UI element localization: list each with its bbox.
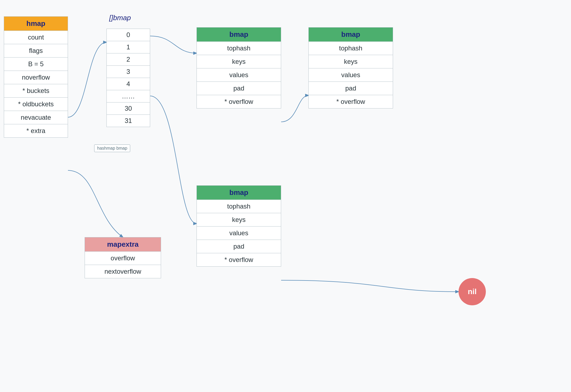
array-row-2: 2 — [107, 53, 150, 66]
bmap1-row-values: values — [197, 68, 281, 82]
bmap3-row-tophash: tophash — [197, 200, 281, 213]
bmap1-row-keys: keys — [197, 55, 281, 68]
bmap1-row-overflow: * overflow — [197, 95, 281, 108]
hmap-row-noverflow: noverflow — [4, 71, 68, 84]
bmap2-row-overflow: * overflow — [309, 95, 393, 108]
bmap1-row-pad: pad — [197, 82, 281, 95]
bmap3-header: bmap — [197, 186, 281, 200]
bmap3-row-keys: keys — [197, 213, 281, 226]
bmap1-row-tophash: tophash — [197, 41, 281, 55]
bmap2-box: bmap tophash keys values pad * overflow — [308, 27, 393, 108]
hmap-row-oldbuckets: * oldbuckets — [4, 97, 68, 111]
bmap2-header: bmap — [309, 28, 393, 41]
hmap-row-b: B = 5 — [4, 57, 68, 71]
mapextra-row-overflow: overflow — [85, 251, 161, 265]
nil-label: nil — [468, 287, 477, 296]
arrows-svg — [0, 0, 571, 392]
diagram-container: hmap count flags B = 5 noverflow * bucke… — [0, 0, 571, 392]
mapextra-header: mapextra — [85, 237, 161, 251]
bmap1-box: bmap tophash keys values pad * overflow — [197, 27, 281, 108]
array-row-3: 3 — [107, 66, 150, 78]
mapextra-box: mapextra overflow nextoverflow — [85, 237, 161, 278]
hmap-row-flags: flags — [4, 44, 68, 57]
hmap-row-buckets: * buckets — [4, 84, 68, 97]
array-row-31: 31 — [107, 115, 150, 127]
bmap3-box: bmap tophash keys values pad * overflow — [197, 185, 281, 267]
bmap2-row-pad: pad — [309, 82, 393, 95]
tooltip: hashmap bmap — [94, 144, 130, 152]
hmap-box: hmap count flags B = 5 noverflow * bucke… — [4, 16, 68, 138]
array-row-1: 1 — [107, 41, 150, 53]
array-row-4: 4 — [107, 78, 150, 90]
array-row-dots: …… — [107, 90, 150, 102]
bmap2-row-tophash: tophash — [309, 41, 393, 55]
nil-circle: nil — [459, 278, 486, 305]
hmap-row-extra: * extra — [4, 124, 68, 137]
array-row-30: 30 — [107, 102, 150, 115]
hmap-row-count: count — [4, 31, 68, 44]
bmap2-row-values: values — [309, 68, 393, 82]
mapextra-row-nextoverflow: nextoverflow — [85, 265, 161, 278]
array-box: 0 1 2 3 4 …… 30 31 — [106, 29, 150, 127]
array-label: []bmap — [109, 14, 131, 22]
bmap3-row-overflow: * overflow — [197, 253, 281, 266]
hmap-row-nevacuate: nevacuate — [4, 111, 68, 124]
array-row-0: 0 — [107, 29, 150, 41]
hmap-header: hmap — [4, 17, 68, 31]
bmap2-row-keys: keys — [309, 55, 393, 68]
bmap3-row-values: values — [197, 226, 281, 240]
bmap3-row-pad: pad — [197, 240, 281, 253]
bmap1-header: bmap — [197, 28, 281, 41]
